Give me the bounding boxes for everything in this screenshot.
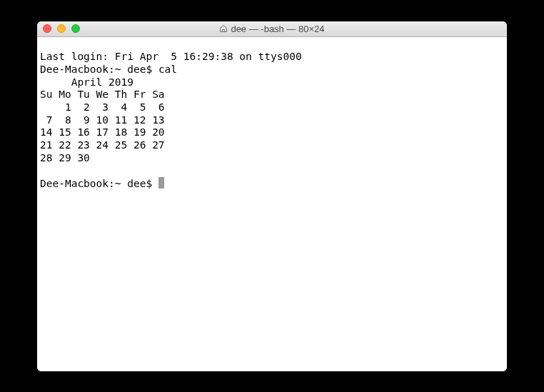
last-login-line: Last login: Fri Apr 5 16:29:38 on ttys00… bbox=[40, 51, 302, 62]
home-icon bbox=[219, 24, 228, 33]
cal-row: 28 29 30 bbox=[40, 152, 90, 164]
terminal-window: dee — -bash — 80×24 Last login: Fri Apr … bbox=[37, 21, 507, 371]
traffic-lights bbox=[43, 24, 80, 33]
cal-row: 21 22 23 24 25 26 27 bbox=[40, 139, 165, 151]
prompt-line-2: Dee-Macbook:~ dee$ bbox=[40, 178, 164, 189]
cal-row: 7 8 9 10 11 12 13 bbox=[40, 114, 165, 126]
close-button[interactable] bbox=[43, 24, 51, 33]
prompt-text: Dee-Macbook:~ dee$ bbox=[40, 64, 158, 75]
maximize-button[interactable] bbox=[71, 24, 80, 33]
cal-days-header: Su Mo Tu We Th Fr Sa bbox=[40, 89, 165, 100]
window-title: dee — -bash — 80×24 bbox=[37, 24, 507, 34]
window-title-text: dee — -bash — 80×24 bbox=[231, 24, 324, 34]
cursor bbox=[158, 177, 164, 189]
cal-header: April 2019 bbox=[40, 76, 134, 88]
command-text: cal bbox=[158, 64, 177, 75]
prompt-line-1: Dee-Macbook:~ dee$ cal bbox=[40, 64, 177, 75]
prompt-text: Dee-Macbook:~ dee$ bbox=[40, 178, 158, 189]
titlebar: dee — -bash — 80×24 bbox=[37, 21, 507, 37]
cal-row: 14 15 16 17 18 19 20 bbox=[40, 126, 165, 138]
cal-row: 1 2 3 4 5 6 bbox=[40, 101, 165, 113]
minimize-button[interactable] bbox=[57, 24, 66, 33]
terminal-body[interactable]: Last login: Fri Apr 5 16:29:38 on ttys00… bbox=[37, 37, 507, 371]
